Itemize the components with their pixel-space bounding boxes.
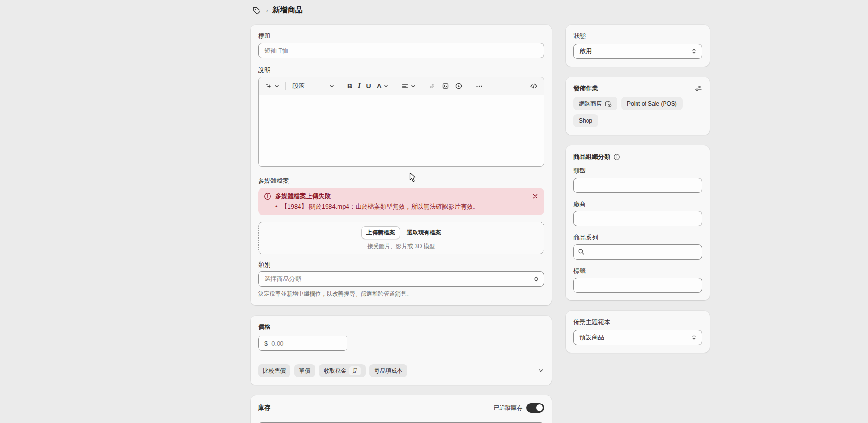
category-label: 類別 <box>258 261 544 269</box>
text-color-button[interactable]: A <box>375 80 391 92</box>
sliders-icon[interactable] <box>694 85 702 92</box>
paragraph-style-dropdown[interactable]: 段落 <box>289 80 337 92</box>
insert-link-button[interactable] <box>426 80 438 92</box>
expand-pricing-chevron-icon[interactable] <box>538 367 544 374</box>
media-upload-error-banner: 多媒體檔案上傳失敗 • 【1984】-關於1984.mp4：由於檔案類型無效，所… <box>258 188 544 215</box>
tag-icon[interactable] <box>252 6 261 15</box>
link-icon <box>428 82 436 90</box>
select-existing-file-button[interactable]: 選取現有檔案 <box>407 229 441 237</box>
inventory-card: 庫存 已追蹤庫存 <box>251 395 552 423</box>
sidebar: 狀態 啟用 發佈作業 網路商店 <box>566 25 710 353</box>
calendar-clock-icon[interactable] <box>605 100 612 107</box>
italic-label: I <box>358 82 360 90</box>
underline-button[interactable]: U <box>364 80 374 92</box>
type-label: 類型 <box>573 167 702 175</box>
chevron-down-icon <box>384 84 388 88</box>
category-help-text: 決定稅率並新增中繼欄位，以改善搜尋、篩選和跨管道銷售。 <box>258 290 544 298</box>
editor-toolbar: 段落 B I U A <box>259 77 544 95</box>
underline-label: U <box>366 82 371 90</box>
publishing-card: 發佈作業 網路商店 Point of Sale (POS) Shop <box>566 77 710 135</box>
alignment-button[interactable] <box>399 80 418 92</box>
italic-button[interactable]: I <box>356 80 363 92</box>
tags-input[interactable] <box>573 278 702 293</box>
description-textarea[interactable] <box>259 95 544 166</box>
search-icon <box>578 248 585 255</box>
channel-online-store-chip: 網路商店 <box>573 97 617 110</box>
error-item: • 【1984】-關於1984.mp4：由於檔案類型無效，所以無法確認影片有效。 <box>275 202 539 211</box>
theme-template-value: 預設商品 <box>579 333 604 342</box>
vendor-label: 廠商 <box>573 201 702 208</box>
type-input[interactable] <box>573 178 702 193</box>
media-dropzone[interactable]: 上傳新檔案 選取現有檔案 接受圖片、影片或 3D 模型 <box>258 222 544 254</box>
media-label: 多媒體檔案 <box>258 177 544 185</box>
title-label: 標題 <box>258 32 544 40</box>
charge-tax-value: 是 <box>349 366 361 375</box>
theme-template-select[interactable]: 預設商品 <box>573 330 702 345</box>
theme-template-label: 佈景主題範本 <box>573 318 702 326</box>
pricing-card: 價格 $ 比較售價 單價 收取稅金 是 每品項成本 <box>251 316 552 385</box>
insert-image-button[interactable] <box>439 80 452 92</box>
alert-circle-icon <box>264 192 271 200</box>
bullet: • <box>275 202 278 211</box>
info-icon[interactable] <box>613 154 620 161</box>
collections-input[interactable] <box>573 244 702 260</box>
more-options-button[interactable] <box>473 80 485 92</box>
toolbar-divider <box>285 82 286 90</box>
chevron-down-icon <box>274 84 279 88</box>
page-title: 新增商品 <box>272 5 303 15</box>
paragraph-style-label: 段落 <box>292 82 305 90</box>
currency-prefix: $ <box>264 340 268 347</box>
text-color-label: A <box>377 82 382 90</box>
updown-chevron-icon <box>533 276 539 282</box>
toolbar-divider <box>469 82 469 90</box>
chevron-down-icon <box>329 84 334 88</box>
chevron-down-icon <box>411 84 415 88</box>
main-column: 標題 說明 段落 <box>251 25 552 423</box>
category-placeholder: 選擇商品分類 <box>264 275 301 283</box>
channel-pos-label: Point of Sale (POS) <box>627 100 677 107</box>
dropzone-hint: 接受圖片、影片或 3D 模型 <box>367 242 435 250</box>
inventory-tracked-label: 已追蹤庫存 <box>494 404 522 412</box>
inventory-tracked-toggle[interactable] <box>526 403 544 413</box>
insert-video-button[interactable] <box>453 80 465 92</box>
compare-at-price-chip[interactable]: 比較售價 <box>258 364 290 377</box>
description-label: 說明 <box>258 67 544 74</box>
pricing-collapsed-row: 比較售價 單價 收取稅金 是 每品項成本 <box>258 364 544 377</box>
collections-label: 商品系列 <box>573 234 702 241</box>
organization-title: 商品組織分類 <box>573 153 610 161</box>
cost-per-item-chip[interactable]: 每品項成本 <box>369 364 407 377</box>
error-item-text: 【1984】-關於1984.mp4：由於檔案類型無效，所以無法確認影片有效。 <box>281 202 479 211</box>
sparkle-icon <box>265 82 272 90</box>
status-value: 啟用 <box>579 47 592 56</box>
toolbar-divider <box>341 82 341 90</box>
pricing-title: 價格 <box>258 323 544 331</box>
status-select[interactable]: 啟用 <box>573 44 702 59</box>
close-icon[interactable] <box>532 193 539 200</box>
category-select[interactable]: 選擇商品分類 <box>258 271 544 287</box>
price-field[interactable]: $ <box>258 336 347 351</box>
ellipsis-icon <box>475 82 483 90</box>
rich-text-editor: 段落 B I U A <box>258 77 544 167</box>
charge-tax-label: 收取稅金 <box>324 367 347 375</box>
magic-ai-button[interactable] <box>262 80 281 92</box>
unit-price-chip[interactable]: 單價 <box>294 364 315 377</box>
updown-chevron-icon <box>691 334 697 341</box>
toggle-knob <box>536 404 543 411</box>
channel-online-store-label: 網路商店 <box>579 100 602 108</box>
breadcrumb-chevron-icon: › <box>266 7 268 14</box>
charge-tax-chip[interactable]: 收取稅金 是 <box>319 364 366 377</box>
video-play-icon <box>455 82 463 90</box>
title-input[interactable] <box>258 43 544 58</box>
organization-card: 商品組織分類 類型 廠商 商品系列 標籤 <box>566 145 710 300</box>
status-card: 狀態 啟用 <box>566 25 710 67</box>
show-html-button[interactable] <box>528 80 540 92</box>
theme-template-card: 佈景主題範本 預設商品 <box>566 311 710 353</box>
bold-button[interactable]: B <box>345 80 355 92</box>
updown-chevron-icon <box>691 48 697 55</box>
product-details-card: 標題 說明 段落 <box>251 25 552 305</box>
vendor-input[interactable] <box>573 211 702 226</box>
price-input[interactable] <box>270 339 341 347</box>
upload-new-file-button[interactable]: 上傳新檔案 <box>361 226 400 239</box>
channel-shop-chip: Shop <box>573 114 598 127</box>
inventory-title: 庫存 <box>258 404 270 412</box>
